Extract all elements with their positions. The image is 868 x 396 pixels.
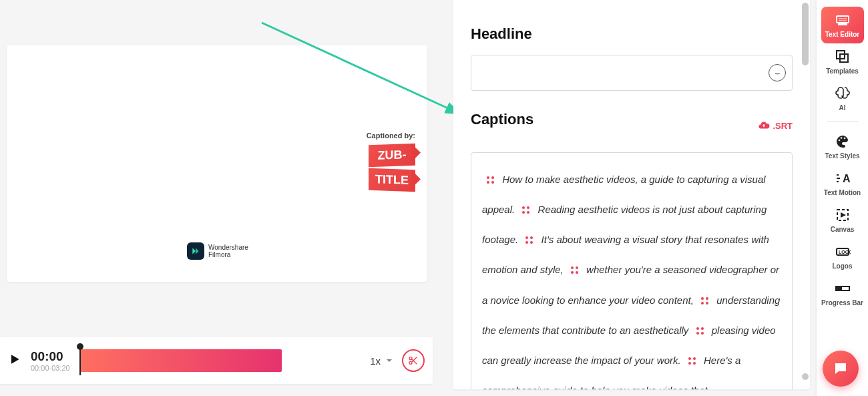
- svg-point-23: [696, 327, 699, 330]
- captions-editor[interactable]: How to make aesthetic videos, a guide to…: [471, 152, 793, 389]
- svg-point-7: [522, 206, 525, 209]
- svg-point-11: [525, 236, 528, 239]
- segment-handle[interactable]: [570, 256, 580, 285]
- watermark-product: Filmora: [208, 251, 248, 258]
- sidebar-item-progress-bar[interactable]: Progress Bar: [821, 275, 864, 312]
- svg-point-4: [491, 176, 494, 179]
- svg-point-39: [843, 138, 845, 140]
- sidebar-item-ai[interactable]: AI: [821, 80, 864, 117]
- timecode: 00:00 00:00-03:20: [31, 349, 70, 372]
- cloud-upload-icon: [758, 120, 770, 132]
- svg-point-25: [696, 332, 699, 335]
- palette-icon: [835, 134, 851, 150]
- brain-icon: [835, 85, 851, 102]
- svg-point-8: [527, 206, 529, 209]
- templates-icon: [835, 49, 851, 65]
- captioned-by-label: Captioned by:: [367, 132, 415, 140]
- timecode-range: 00:00-03:20: [31, 364, 70, 372]
- chat-icon: [833, 361, 849, 377]
- editor-panel: Headline ⌣ Captions .SRT How to make aes…: [453, 0, 810, 389]
- trim-button[interactable]: [402, 349, 425, 372]
- preview-column: Captioned by: ZUB- TITLE Wondershare Fil…: [0, 0, 441, 396]
- svg-point-9: [522, 211, 525, 214]
- sidebar-separator: [827, 121, 858, 122]
- svg-point-38: [840, 137, 842, 139]
- headline-label: Headline: [471, 25, 793, 43]
- svg-rect-45: [836, 286, 842, 290]
- logo-icon: LOGO: [835, 244, 851, 260]
- video-preview[interactable]: Captioned by: ZUB- TITLE Wondershare Fil…: [7, 45, 427, 282]
- svg-point-5: [487, 181, 489, 184]
- chevron-down-icon: [386, 357, 393, 364]
- typewriter-icon: [835, 12, 851, 28]
- svg-point-37: [838, 140, 840, 142]
- svg-point-29: [688, 362, 691, 365]
- help-chat-button[interactable]: [823, 351, 859, 387]
- filmora-watermark: Wondershare Filmora: [187, 242, 248, 260]
- segment-handle[interactable]: [688, 347, 697, 376]
- sidebar-item-templates[interactable]: Templates: [821, 43, 864, 80]
- playback-speed[interactable]: 1x: [370, 355, 393, 367]
- timeline-track[interactable]: [79, 347, 361, 374]
- canvas-icon: [835, 207, 851, 223]
- svg-text:A: A: [843, 173, 851, 184]
- svg-point-20: [706, 297, 708, 300]
- svg-point-15: [571, 266, 574, 269]
- segment-handle[interactable]: [486, 166, 495, 195]
- svg-point-30: [693, 362, 696, 365]
- segment-handle[interactable]: [525, 226, 534, 255]
- export-srt-button[interactable]: .SRT: [758, 120, 793, 132]
- watermark-brand: Wondershare: [208, 244, 248, 251]
- sidebar-item-text-motion[interactable]: A Text Motion: [821, 165, 864, 202]
- svg-point-24: [701, 327, 704, 330]
- sidebar-item-text-editor[interactable]: Text Editor: [821, 7, 864, 43]
- scissors-icon: [408, 355, 419, 366]
- svg-rect-31: [837, 16, 849, 23]
- sidebar-item-canvas[interactable]: Canvas: [821, 202, 864, 238]
- segment-handle[interactable]: [521, 196, 531, 225]
- smiley-icon: ⌣: [775, 67, 781, 78]
- svg-text:LOGO: LOGO: [839, 250, 851, 254]
- text-motion-icon: A: [835, 170, 851, 186]
- svg-point-13: [525, 241, 528, 244]
- timeline: 00:00 00:00-03:20 1x: [0, 337, 433, 384]
- svg-point-21: [701, 302, 704, 305]
- svg-point-17: [571, 271, 574, 274]
- svg-point-19: [701, 297, 704, 300]
- filmora-icon: [187, 242, 204, 260]
- captions-label: Captions: [471, 111, 533, 128]
- timecode-current: 00:00: [31, 349, 70, 364]
- svg-point-18: [576, 271, 578, 274]
- svg-point-10: [527, 211, 529, 214]
- svg-point-26: [701, 332, 704, 335]
- sidebar-item-text-styles[interactable]: Text Styles: [821, 128, 864, 165]
- svg-point-12: [530, 236, 533, 239]
- svg-point-16: [576, 266, 578, 269]
- right-sidebar: Text Editor Templates AI Text Styles A T…: [817, 0, 868, 396]
- segment-handle[interactable]: [700, 286, 710, 316]
- svg-point-22: [706, 302, 708, 305]
- panel-scrollbar[interactable]: [802, 3, 809, 65]
- progress-bar-icon: [835, 280, 851, 296]
- svg-point-27: [688, 357, 691, 360]
- zubtitle-logo: ZUB- TITLE: [369, 144, 415, 194]
- play-button[interactable]: [8, 353, 25, 369]
- headline-input[interactable]: [471, 55, 793, 91]
- emoji-picker-button[interactable]: ⌣: [769, 64, 786, 81]
- timeline-playhead[interactable]: [79, 347, 81, 375]
- timeline-clip[interactable]: [79, 349, 282, 372]
- sidebar-item-logos[interactable]: LOGO Logos: [821, 238, 864, 275]
- svg-point-3: [487, 176, 489, 179]
- panel-scrollbar-end[interactable]: [802, 373, 809, 380]
- segment-handle[interactable]: [696, 317, 705, 346]
- svg-point-6: [491, 181, 494, 184]
- svg-point-14: [530, 241, 533, 244]
- svg-point-28: [693, 357, 696, 360]
- svg-rect-32: [838, 23, 847, 25]
